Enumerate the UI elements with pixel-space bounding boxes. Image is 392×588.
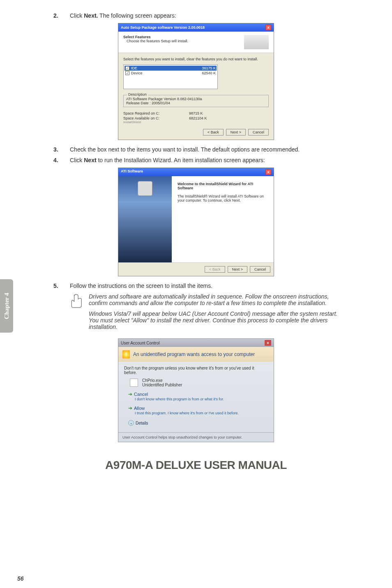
back-button: < Back <box>205 266 225 273</box>
dialog-title: ATI Software <box>121 169 143 175</box>
close-icon[interactable]: × <box>265 340 271 346</box>
ati-software-dialog: ATI Software × Welcome to the InstallShi… <box>118 168 274 276</box>
step-num: 4. <box>53 157 70 163</box>
titlebar: ATI Software × <box>118 168 274 176</box>
step-text: Follow the instructions on the screen to… <box>70 283 371 289</box>
program-icon <box>130 379 138 387</box>
cancel-button[interactable]: Cancel <box>250 266 270 273</box>
next-button[interactable]: Next > <box>228 266 247 273</box>
wizard-side-image <box>118 176 172 262</box>
close-icon[interactable]: × <box>265 25 271 30</box>
shield-icon: ! <box>122 350 130 358</box>
note-p2: Windows Vista/7 will appear below UAC (U… <box>89 310 339 330</box>
select-features-dialog: Auto Setup Package software Version 2.00… <box>118 23 274 140</box>
uac-dialog: User Account Control × ! An unidentified… <box>118 338 274 442</box>
details-toggle[interactable]: ⌄ Details <box>128 420 268 426</box>
wizard-body: The InstallShield® Wizard will install A… <box>178 194 268 202</box>
header-title: Select Features <box>123 35 188 39</box>
step-num: 2. <box>53 12 70 19</box>
program-info: ChPrio.exe Unidentified Publisher <box>130 378 268 387</box>
step-text: Click Next to run the Installation Wizar… <box>70 157 371 163</box>
arrow-icon: ➔ <box>128 391 132 397</box>
titlebar: User Account Control × <box>118 339 274 347</box>
chevron-down-icon: ⌄ <box>128 420 134 426</box>
allow-option[interactable]: ➔Allow I trust this program. I know wher… <box>128 405 268 415</box>
wizard-heading: Welcome to the InstallShield Wizard for … <box>178 182 268 190</box>
uac-header: ! An unidentified program wants access t… <box>118 347 274 362</box>
chapter-tab: Chapter 4 <box>0 279 13 333</box>
feature-device[interactable]: ✓ Device 62540 K <box>125 71 217 76</box>
arrow-icon: ➔ <box>128 405 132 411</box>
back-button[interactable]: < Back <box>203 129 224 136</box>
dialog-header: Select Features Choose the features Setu… <box>118 32 274 53</box>
chapter-tab-label: Chapter 4 <box>3 293 10 319</box>
space-available: Space Available on C: 6821104 K <box>123 116 269 120</box>
titlebar: Auto Setup Package software Version 2.00… <box>118 23 274 32</box>
checkbox-ide[interactable]: ✓ <box>125 66 129 70</box>
instruction-text: Select the features you want to install,… <box>123 57 269 61</box>
dialog-title: Auto Setup Package software Version 2.00… <box>121 25 205 30</box>
installshield-label: InstallShield <box>123 120 269 124</box>
feature-list[interactable]: ✓ IDE 36175 K ✓ Device 62540 K <box>123 64 218 89</box>
box-icon <box>138 181 152 196</box>
step-4: 4. Click Next to run the Installation Wi… <box>21 157 371 163</box>
step-5: 5. Follow the instructions on the screen… <box>21 283 371 289</box>
uac-headline: An unidentified program wants access to … <box>133 351 255 357</box>
step-text: Check the box next to the items you want… <box>70 146 371 153</box>
cancel-button[interactable]: Cancel <box>248 129 269 136</box>
checkbox-device[interactable]: ✓ <box>125 71 129 75</box>
step-text: Click Next. The following screen appears… <box>70 12 371 19</box>
header-subtitle: Choose the features Setup will install. <box>127 39 188 43</box>
program-name: ChPrio.exe <box>142 378 182 383</box>
note-block: Drivers and software are automatically i… <box>70 293 339 334</box>
manual-title: A970M-A DELUXE USER MANUAL <box>21 459 371 472</box>
step-2: 2. Click Next. The following screen appe… <box>21 12 371 19</box>
page-number: 56 <box>17 575 24 582</box>
close-icon[interactable]: × <box>265 169 271 175</box>
note-p1: Drivers and software are automatically i… <box>89 293 339 306</box>
uac-warning: Don't run the program unless you know wh… <box>124 366 268 375</box>
description-box: Description ATI Software Package Version… <box>123 95 269 107</box>
step-3: 3. Check the box next to the items you w… <box>21 146 371 153</box>
cancel-option[interactable]: ➔Cancel I don't know where this program … <box>128 391 268 401</box>
uac-footer: User Account Control helps stop unauthor… <box>118 432 274 442</box>
next-button[interactable]: Next > <box>226 129 246 136</box>
feature-ide[interactable]: ✓ IDE 36175 K <box>125 66 217 71</box>
space-required: Space Required on C: 98715 K <box>123 111 269 115</box>
program-publisher: Unidentified Publisher <box>142 383 182 387</box>
step-num: 5. <box>53 283 70 289</box>
header-image <box>244 35 269 49</box>
step-num: 3. <box>53 146 70 153</box>
pointing-hand-icon <box>70 293 84 310</box>
dialog-title: User Account Control <box>121 341 160 345</box>
